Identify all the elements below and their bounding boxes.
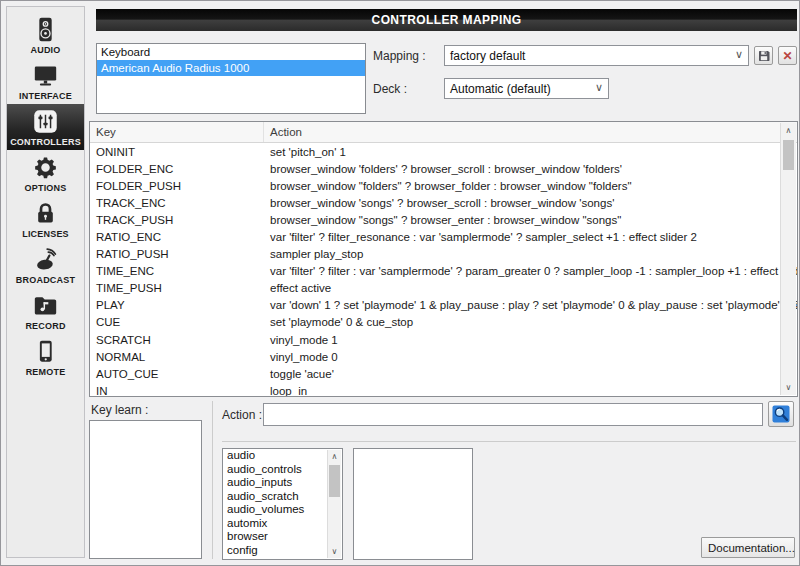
- table-row[interactable]: RATIO_PUSHsampler play_stop: [90, 246, 797, 263]
- action-cell: var 'down' 1 ? set 'playmode' 1 & play_p…: [264, 299, 797, 311]
- action-cell: browser_window 'folders' ? browser_scrol…: [264, 163, 797, 175]
- sidebar-label-controllers: CONTROLLERS: [10, 137, 81, 147]
- keyword-scrollbar-thumb[interactable]: [329, 465, 340, 497]
- device-item-american-audio-radius-1000[interactable]: American Audio Radius 1000: [97, 60, 365, 76]
- sidebar-item-controllers[interactable]: CONTROLLERS: [7, 104, 84, 150]
- table-row[interactable]: INloop_in: [90, 382, 797, 397]
- keyword-item[interactable]: audio_volumes: [223, 503, 342, 517]
- record-folder-icon: [32, 292, 59, 319]
- action-cell: var 'filter' ? filter_resonance : var 's…: [264, 231, 797, 243]
- action-cell: browser_window 'songs' ? browser_scroll …: [264, 197, 797, 209]
- scroll-down-icon[interactable]: ∨: [781, 380, 796, 395]
- panel-titlebar: CONTROLLER MAPPING: [96, 9, 797, 31]
- remote-device-icon: [32, 338, 59, 365]
- documentation-button[interactable]: Documentation...: [701, 537, 795, 558]
- table-row[interactable]: FOLDER_PUSHbrowser_window "folders" ? br…: [90, 177, 797, 194]
- key-cell: FOLDER_ENC: [90, 163, 264, 175]
- table-row[interactable]: FOLDER_ENCbrowser_window 'folders' ? bro…: [90, 160, 797, 177]
- column-header-key[interactable]: Key: [90, 122, 264, 142]
- sidebar-item-options[interactable]: OPTIONS: [7, 150, 84, 196]
- key-learn-box[interactable]: [89, 420, 202, 559]
- keyword-item[interactable]: browser: [223, 530, 342, 544]
- key-cell: TRACK_ENC: [90, 197, 264, 209]
- gear-icon: [32, 154, 59, 181]
- key-cell: NORMAL: [90, 351, 264, 363]
- key-cell: IN: [90, 385, 264, 397]
- sidebar-label-options: OPTIONS: [25, 183, 67, 193]
- sidebar-item-interface[interactable]: INTERFACE: [7, 58, 84, 104]
- keyword-item[interactable]: automix: [223, 517, 342, 531]
- table-row[interactable]: TIME_PUSHeffect active: [90, 280, 797, 297]
- keyword-item[interactable]: audio_controls: [223, 463, 342, 477]
- table-scrollbar-thumb[interactable]: [783, 140, 794, 170]
- lock-icon: [32, 200, 59, 227]
- mapping-select[interactable]: factory default ∨: [444, 45, 749, 66]
- sidebar-item-audio[interactable]: AUDIO: [7, 12, 84, 58]
- table-row[interactable]: NORMALvinyl_mode 0: [90, 348, 797, 365]
- mapping-select-value: factory default: [450, 49, 525, 63]
- close-x-icon: ✕: [782, 50, 792, 62]
- keyword-list: audio audio_controls audio_inputs audio_…: [222, 448, 343, 560]
- deck-select[interactable]: Automatic (default) ∨: [444, 78, 609, 99]
- horizontal-divider: [222, 441, 796, 442]
- table-row[interactable]: TRACK_ENCbrowser_window 'songs' ? browse…: [90, 194, 797, 211]
- floppy-save-icon: [758, 50, 770, 62]
- scroll-down-icon[interactable]: ∨: [328, 545, 341, 558]
- table-row[interactable]: TIME_ENCvar 'filter' ? filter : var 'sam…: [90, 263, 797, 280]
- save-mapping-button[interactable]: [754, 46, 773, 65]
- action-input[interactable]: [263, 403, 763, 426]
- scroll-up-icon[interactable]: ∧: [328, 450, 341, 463]
- mapping-table-header: Key Action: [90, 122, 797, 143]
- deck-select-value: Automatic (default): [450, 82, 551, 96]
- action-cell: browser_window "songs" ? browser_enter :…: [264, 214, 797, 226]
- keyword-scrollbar[interactable]: ∧ ∨: [327, 450, 341, 558]
- mapping-label: Mapping :: [373, 49, 426, 63]
- keyword-detail-list[interactable]: [353, 448, 473, 560]
- vertical-divider: [212, 401, 213, 559]
- table-row[interactable]: TRACK_PUSHbrowser_window "songs" ? brows…: [90, 211, 797, 228]
- sidebar-item-licenses[interactable]: LICENSES: [7, 196, 84, 242]
- device-item-keyboard[interactable]: Keyboard: [97, 44, 365, 60]
- table-scrollbar[interactable]: ∧ ∨: [780, 123, 796, 395]
- action-cell: var 'filter' ? filter : var 'samplermode…: [264, 265, 797, 277]
- key-cell: FOLDER_PUSH: [90, 180, 264, 192]
- device-list: Keyboard American Audio Radius 1000: [96, 43, 366, 114]
- sidebar-item-remote[interactable]: REMOTE: [7, 334, 84, 380]
- action-cell: vinyl_mode 0: [264, 351, 797, 363]
- deck-label: Deck :: [373, 82, 407, 96]
- sidebar-item-record[interactable]: RECORD: [7, 288, 84, 334]
- broadcast-antenna-icon: [32, 246, 59, 273]
- keyword-item[interactable]: config: [223, 544, 342, 558]
- table-row[interactable]: SCRATCHvinyl_mode 1: [90, 331, 797, 348]
- monitor-icon: [32, 62, 59, 89]
- table-row[interactable]: AUTO_CUEtoggle 'acue': [90, 365, 797, 382]
- sidebar-label-licenses: LICENSES: [22, 229, 69, 239]
- mapping-table: Key Action ONINITset 'pitch_on' 1 FOLDER…: [89, 121, 798, 397]
- table-row[interactable]: CUEset 'playmode' 0 & cue_stop: [90, 314, 797, 331]
- sidebar-label-remote: REMOTE: [26, 367, 66, 377]
- column-header-action[interactable]: Action: [264, 122, 797, 142]
- table-row[interactable]: ONINITset 'pitch_on' 1: [90, 143, 797, 160]
- delete-mapping-button[interactable]: ✕: [778, 46, 797, 65]
- table-row[interactable]: PLAYvar 'down' 1 ? set 'playmode' 1 & pl…: [90, 297, 797, 314]
- sidebar-item-broadcast[interactable]: BROADCAST: [7, 242, 84, 288]
- action-cell: toggle 'acue': [264, 368, 797, 380]
- action-cell: vinyl_mode 1: [264, 334, 797, 346]
- key-cell: AUTO_CUE: [90, 368, 264, 380]
- chevron-down-icon: ∨: [595, 81, 603, 94]
- key-cell: PLAY: [90, 299, 264, 311]
- action-cell: effect active: [264, 282, 797, 294]
- key-learn-label: Key learn :: [91, 403, 148, 417]
- chevron-down-icon: ∨: [735, 48, 743, 61]
- scroll-up-icon[interactable]: ∧: [781, 123, 796, 138]
- action-cell: sampler play_stop: [264, 248, 797, 260]
- action-search-button[interactable]: [768, 401, 794, 427]
- sidebar-label-audio: AUDIO: [31, 45, 61, 55]
- sidebar-label-broadcast: BROADCAST: [16, 275, 75, 285]
- action-cell: set 'playmode' 0 & cue_stop: [264, 316, 797, 328]
- keyword-item[interactable]: audio_inputs: [223, 476, 342, 490]
- keyword-item[interactable]: audio: [223, 449, 342, 463]
- table-row[interactable]: RATIO_ENCvar 'filter' ? filter_resonance…: [90, 228, 797, 245]
- keyword-item[interactable]: audio_scratch: [223, 490, 342, 504]
- keyword-item[interactable]: controller: [223, 557, 342, 560]
